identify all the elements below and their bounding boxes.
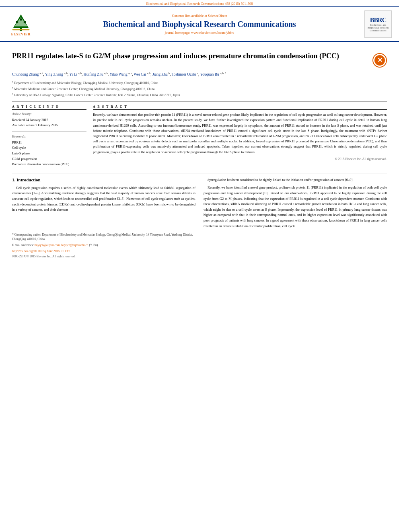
received-text: Received 24 January 2015 <box>12 117 86 123</box>
intro-title: 1. Introduction <box>12 177 195 182</box>
authors-text: Chundong Zhang a, b, Ying Zhang a, b, Yi… <box>12 72 226 76</box>
history-label: Article history: <box>12 112 86 116</box>
abstract-text: Recently, we have demonstrated that prol… <box>93 112 387 154</box>
abstract-column: A B S T R A C T Recently, we have demons… <box>93 105 387 167</box>
intro-body-right: dysregulation has been considered to be … <box>204 177 387 229</box>
elsevier-label: ELSEVIER <box>11 33 31 36</box>
bbrc-box: BBRC Biochemical andBiophysical Research… <box>364 10 392 38</box>
header-divider <box>12 101 387 102</box>
keyword-g2m: G2/M progression <box>12 156 86 162</box>
article-info-abstract-section: A R T I C L E I N F O Article history: R… <box>12 105 387 167</box>
journal-header: ELSEVIER Contents lists available at Sci… <box>0 6 399 42</box>
keyword-prr11: PRR11 <box>12 140 86 146</box>
section-number: 1. <box>12 177 15 182</box>
abstract-label: A B S T R A C T <box>93 105 387 110</box>
left-col-footer: * Corresponding author. Department of Bi… <box>12 229 195 258</box>
sciencedirect-name: ScienceDirect <box>208 14 227 18</box>
received-date: Received 24 January 2015 Available onlin… <box>12 117 86 128</box>
affiliation-a: a Department of Biochemistry and Molecul… <box>12 80 387 86</box>
footnote-text: * Corresponding author. Department of Bi… <box>12 232 195 242</box>
body-col-left: 1. Introduction Cell cycle progression r… <box>12 177 195 258</box>
section-divider <box>12 173 387 173</box>
svg-text:✕: ✕ <box>377 57 383 64</box>
contents-label: Contents lists available at <box>172 14 207 18</box>
bbrc-logo: BBRC Biochemical andBiophysical Research… <box>362 10 394 38</box>
crossmark-icon[interactable]: ✕ <box>372 53 387 68</box>
intro-body-left: Cell cycle progression requires a series… <box>12 185 195 213</box>
authors-section: Chundong Zhang a, b, Ying Zhang a, b, Yi… <box>12 72 387 78</box>
body-content: 1. Introduction Cell cycle progression r… <box>12 177 387 258</box>
homepage-label: journal homepage: <box>165 31 191 35</box>
copyright-text: © 2015 Elsevier Inc. All rights reserved… <box>93 157 387 161</box>
intro-para-1: Cell cycle progression requires a series… <box>12 185 195 213</box>
article-info-column: A R T I C L E I N F O Article history: R… <box>12 105 86 167</box>
journal-ref-text: Biochemical and Biophysical Research Com… <box>146 2 253 6</box>
elsevier-logo: ELSEVIER <box>5 12 37 36</box>
elsevier-tree-icon <box>9 12 33 32</box>
crossmark-svg: ✕ <box>372 53 387 68</box>
bbrc-subtitle: Biochemical andBiophysical ResearchCommu… <box>368 24 389 33</box>
page: Biochemical and Biophysical Research Com… <box>0 0 399 532</box>
sciencedirect-line: Contents lists available at ScienceDirec… <box>41 14 358 18</box>
journal-center: Contents lists available at ScienceDirec… <box>37 14 362 35</box>
homepage-url: www.elsevier.com/locate/ybbrc <box>191 31 234 35</box>
footnote-divider <box>12 229 195 229</box>
available-text: Available online 7 February 2015 <box>12 123 86 128</box>
keyword-pcc: Premature chromatin condensation (PCC) <box>12 162 86 167</box>
email-footnote: E-mail addresses: buyqcn@aliyun.com, buy… <box>12 243 195 247</box>
journal-title: Biochemical and Biophysical Research Com… <box>41 19 358 29</box>
issn-footer: 0006-291X/© 2015 Elsevier Inc. All right… <box>12 255 195 258</box>
affiliations-section: a Department of Biochemistry and Molecul… <box>12 80 387 97</box>
svg-point-5 <box>20 18 22 21</box>
affiliation-c: c Laboratory of DNA Damage Signaling, Ch… <box>12 92 387 98</box>
intro-para-right-1: dysregulation has been considered to be … <box>204 177 387 183</box>
affiliation-b: b Molecular Medicine and Cancer Research… <box>12 86 387 92</box>
keyword-cell-cycle: Cell cycle <box>12 145 86 151</box>
main-content: PRR11 regulates late-S to G2/M phase pro… <box>0 42 399 262</box>
body-col-right: dysregulation has been considered to be … <box>204 177 387 258</box>
svg-rect-6 <box>12 29 29 30</box>
journal-homepage: journal homepage: www.elsevier.com/locat… <box>41 31 358 35</box>
article-info-label: A R T I C L E I N F O <box>12 105 86 110</box>
intro-para-right-2: Recently, we have identified a novel gen… <box>204 185 387 229</box>
svg-point-3 <box>16 21 19 23</box>
info-divider <box>12 131 86 131</box>
section-title-text: Introduction <box>16 177 41 182</box>
keyword-late-s: Late-S phase <box>12 151 86 156</box>
journal-reference-bar: Biochemical and Biophysical Research Com… <box>0 0 399 6</box>
keywords-label: Keywords: <box>12 135 86 138</box>
doi-link[interactable]: http://dx.doi.org/10.1016/j.bbrc.2015.01… <box>12 249 195 253</box>
article-title: PRR11 regulates late-S to G2/M phase pro… <box>12 51 368 61</box>
article-title-section: PRR11 regulates late-S to G2/M phase pro… <box>12 46 387 72</box>
bbrc-label: BBRC <box>368 16 389 24</box>
svg-point-4 <box>24 21 26 23</box>
